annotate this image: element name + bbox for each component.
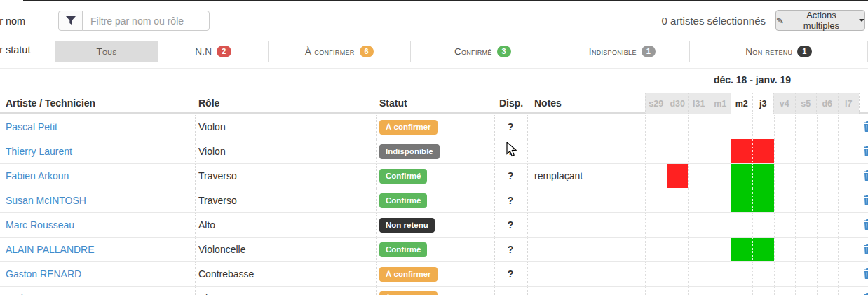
availability-cell-d30[interactable] bbox=[667, 115, 689, 139]
availability-cell-l7[interactable] bbox=[838, 115, 860, 139]
availability-cell-m1[interactable] bbox=[710, 287, 731, 295]
availability-cell-d6[interactable] bbox=[817, 188, 839, 212]
availability-cell-s5[interactable] bbox=[795, 188, 817, 212]
availability-cell-s29[interactable] bbox=[645, 213, 667, 237]
trash-icon[interactable] bbox=[863, 195, 868, 208]
availability-cell-d30[interactable] bbox=[667, 213, 689, 237]
disp-indicator[interactable]: ? bbox=[494, 262, 527, 286]
trash-icon[interactable] bbox=[863, 146, 868, 159]
availability-cell-m1[interactable] bbox=[710, 262, 731, 286]
availability-cell-m1[interactable] bbox=[710, 139, 731, 163]
availability-cell-s5[interactable] bbox=[795, 115, 817, 139]
availability-cell-s29[interactable] bbox=[645, 287, 667, 295]
availability-cell-d30[interactable] bbox=[667, 164, 689, 188]
status-badge[interactable]: Indisponible bbox=[379, 144, 440, 159]
status-badge[interactable]: À confirmer bbox=[379, 267, 438, 282]
availability-cell-d6[interactable] bbox=[817, 262, 839, 286]
name-filter-input[interactable] bbox=[82, 11, 210, 31]
availability-cell-m1[interactable] bbox=[710, 115, 731, 139]
availability-cell-v4[interactable] bbox=[774, 287, 796, 295]
availability-cell-m2[interactable] bbox=[731, 262, 752, 286]
availability-cell-j3[interactable] bbox=[752, 139, 774, 163]
availability-cell-s5[interactable] bbox=[795, 287, 817, 295]
tab-confirmé[interactable]: Confirmé3 bbox=[411, 41, 555, 62]
artist-name-link[interactable]: Susan McINTOSH bbox=[6, 188, 86, 212]
availability-cell-l7[interactable] bbox=[838, 164, 860, 188]
availability-cell-d6[interactable] bbox=[817, 287, 839, 295]
availability-cell-l31[interactable] bbox=[688, 115, 710, 139]
availability-cell-m1[interactable] bbox=[710, 238, 731, 261]
availability-cell-s29[interactable] bbox=[645, 238, 667, 261]
availability-cell-v4[interactable] bbox=[774, 139, 796, 163]
availability-cell-v4[interactable] bbox=[774, 115, 796, 139]
availability-cell-v4[interactable] bbox=[774, 238, 796, 261]
availability-cell-s5[interactable] bbox=[795, 238, 817, 261]
artist-name-link[interactable]: Pascal Petit bbox=[6, 115, 57, 139]
availability-cell-s29[interactable] bbox=[645, 262, 667, 286]
availability-cell-d6[interactable] bbox=[817, 139, 839, 163]
availability-cell-l31[interactable] bbox=[688, 262, 710, 286]
disp-indicator[interactable]: ? bbox=[494, 213, 527, 237]
disp-indicator[interactable]: ? bbox=[494, 287, 527, 295]
availability-cell-l7[interactable] bbox=[838, 262, 860, 286]
availability-cell-s29[interactable] bbox=[645, 115, 667, 139]
tab-indisponible[interactable]: Indisponible1 bbox=[555, 41, 690, 62]
availability-cell-j3[interactable] bbox=[752, 213, 774, 237]
availability-cell-m2[interactable] bbox=[731, 287, 752, 295]
trash-icon[interactable] bbox=[863, 121, 868, 135]
availability-cell-s5[interactable] bbox=[795, 139, 817, 163]
availability-cell-l31[interactable] bbox=[688, 213, 710, 237]
availability-cell-l31[interactable] bbox=[688, 287, 710, 295]
tab-n-n[interactable]: N.N2 bbox=[158, 41, 269, 62]
tab-tous[interactable]: Tous bbox=[55, 41, 158, 62]
availability-cell-d30[interactable] bbox=[667, 262, 689, 286]
artist-name-link[interactable]: Karl FABRE bbox=[6, 287, 58, 295]
artist-name-link[interactable]: Fabien Arkoun bbox=[6, 164, 69, 188]
availability-cell-d6[interactable] bbox=[817, 164, 839, 188]
availability-cell-d30[interactable] bbox=[667, 287, 689, 295]
availability-cell-v4[interactable] bbox=[774, 262, 796, 286]
availability-cell-j3[interactable] bbox=[752, 238, 774, 261]
disp-indicator[interactable]: ? bbox=[494, 188, 527, 212]
trash-icon[interactable] bbox=[863, 219, 868, 233]
tab-non-retenu[interactable]: Non retenu1 bbox=[690, 41, 867, 62]
availability-cell-l7[interactable] bbox=[838, 238, 860, 261]
availability-cell-m2[interactable] bbox=[731, 213, 752, 237]
availability-cell-l31[interactable] bbox=[688, 188, 710, 212]
status-badge[interactable]: Non retenu bbox=[379, 218, 435, 233]
artist-name-link[interactable]: Marc Rousseau bbox=[6, 213, 74, 237]
status-badge[interactable]: Confirmé bbox=[379, 169, 427, 184]
availability-cell-j3[interactable] bbox=[752, 115, 774, 139]
availability-cell-l7[interactable] bbox=[838, 287, 860, 295]
availability-cell-s29[interactable] bbox=[645, 188, 667, 212]
actions-multiples-button[interactable]: ✎ Actions multiples bbox=[775, 10, 865, 31]
trash-icon[interactable] bbox=[863, 244, 868, 257]
artist-name-link[interactable]: Thierry Laurent bbox=[6, 139, 72, 163]
status-badge[interactable]: À confirmer bbox=[379, 120, 438, 135]
artist-name-link[interactable]: Gaston RENARD bbox=[6, 262, 81, 286]
availability-cell-l7[interactable] bbox=[838, 213, 860, 237]
availability-cell-l31[interactable] bbox=[688, 164, 710, 188]
availability-cell-l31[interactable] bbox=[688, 238, 710, 261]
availability-cell-m2[interactable] bbox=[731, 139, 752, 163]
availability-cell-d6[interactable] bbox=[817, 213, 839, 237]
availability-cell-d30[interactable] bbox=[667, 139, 689, 163]
availability-cell-j3[interactable] bbox=[752, 164, 774, 188]
availability-cell-d30[interactable] bbox=[667, 188, 689, 212]
availability-cell-l7[interactable] bbox=[838, 139, 860, 163]
availability-cell-d6[interactable] bbox=[817, 238, 839, 261]
trash-icon[interactable] bbox=[863, 170, 868, 184]
trash-icon[interactable] bbox=[863, 268, 868, 282]
disp-indicator[interactable]: ? bbox=[494, 164, 527, 188]
availability-cell-s29[interactable] bbox=[645, 139, 667, 163]
availability-cell-d6[interactable] bbox=[817, 115, 839, 139]
availability-cell-l7[interactable] bbox=[838, 188, 860, 212]
status-badge[interactable]: Confirmé bbox=[379, 242, 427, 257]
disp-indicator[interactable]: ? bbox=[494, 238, 527, 261]
disp-indicator[interactable]: ? bbox=[494, 139, 527, 163]
status-badge[interactable]: À confirmer bbox=[379, 291, 438, 295]
availability-cell-m2[interactable] bbox=[731, 164, 752, 188]
status-badge[interactable]: Confirmé bbox=[379, 193, 427, 208]
availability-cell-m2[interactable] bbox=[731, 115, 752, 139]
availability-cell-m1[interactable] bbox=[710, 188, 731, 212]
